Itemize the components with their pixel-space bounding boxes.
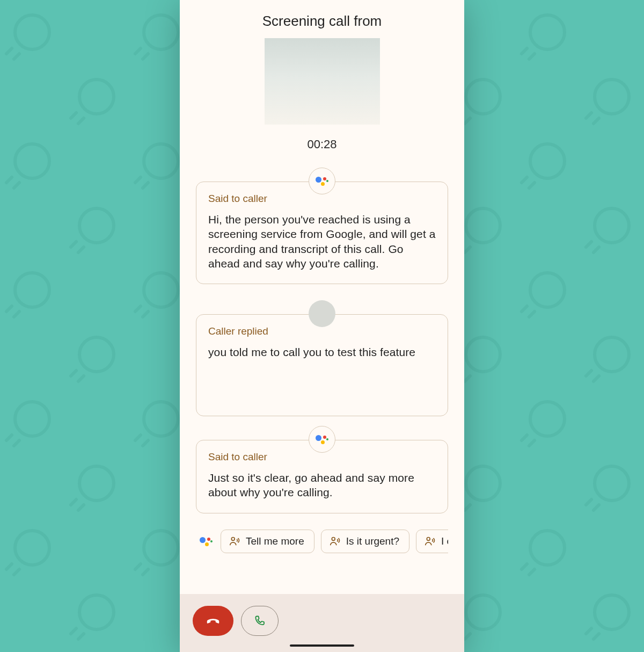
phone-icon [253, 614, 266, 627]
voice-person-icon [424, 535, 436, 547]
transcript-label: Said to caller [208, 193, 436, 205]
voice-person-icon [329, 535, 341, 547]
call-action-bar [180, 594, 464, 652]
assistant-icon [309, 426, 335, 453]
transcript-label: Caller replied [208, 325, 436, 337]
transcript-label: Said to caller [208, 451, 436, 463]
transcript-body: you told me to call you to test this fea… [208, 345, 436, 359]
nav-home-indicator[interactable] [290, 644, 354, 647]
reply-chip-label: I can't [441, 535, 448, 547]
call-timer: 00:28 [196, 137, 448, 151]
reply-chip-label: Is it urgent? [346, 535, 399, 547]
svg-point-8 [332, 537, 335, 540]
transcript-scroll[interactable]: Screening call from 00:28 Said to caller… [180, 0, 464, 594]
svg-point-7 [231, 537, 235, 540]
transcript-body: Just so it's clear, go ahead and say mor… [208, 470, 436, 500]
transcript-item-caller: Caller replied you told me to call you t… [196, 314, 448, 416]
transcript-item-assistant: Said to caller Just so it's clear, go ah… [196, 440, 448, 513]
voice-person-icon [229, 535, 240, 547]
answer-button[interactable] [241, 606, 279, 636]
suggested-replies-row[interactable]: Tell me more Is it urgent? I can't [196, 530, 448, 553]
assistant-icon [309, 168, 335, 194]
reply-chip-is-it-urgent[interactable]: Is it urgent? [321, 530, 409, 553]
assistant-icon [198, 533, 214, 549]
reply-chip-tell-me-more[interactable]: Tell me more [221, 530, 314, 553]
screen-title: Screening call from [196, 13, 448, 30]
transcript-body: Hi, the person you've reached is using a… [208, 212, 436, 271]
caller-photo [265, 38, 380, 125]
transcript-item-assistant: Said to caller Hi, the person you've rea… [196, 182, 448, 284]
reply-chip-label: Tell me more [246, 535, 304, 547]
hangup-button[interactable] [193, 606, 233, 636]
phone-screen: Screening call from 00:28 Said to caller… [180, 0, 464, 652]
svg-point-9 [427, 537, 430, 540]
caller-avatar-icon [309, 300, 335, 327]
reply-chip-i-cant[interactable]: I can't [416, 530, 448, 553]
hangup-icon [205, 613, 221, 629]
